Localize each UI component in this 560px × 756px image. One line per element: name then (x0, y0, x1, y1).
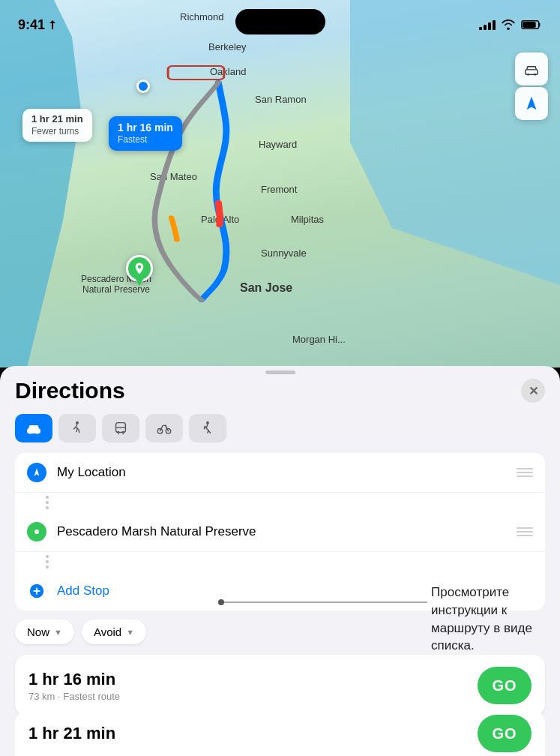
close-button[interactable]: ✕ (521, 379, 545, 403)
dest-drag-handle[interactable] (517, 527, 533, 536)
svg-point-10 (36, 432, 38, 434)
origin-stop-label: My Location (57, 465, 506, 480)
callout-fastest-time: 1 hr 16 min (118, 121, 173, 134)
svg-rect-8 (28, 429, 40, 434)
status-icons (479, 20, 542, 30)
location-button[interactable] (515, 87, 548, 120)
map-view[interactable]: Richmond Berkeley Oakland San Ramon Hayw… (0, 0, 560, 368)
origin-pin (136, 80, 150, 93)
avoid-option[interactable]: Avoid ▼ (82, 620, 146, 644)
callout-alt-route[interactable]: 1 hr 21 min Fewer turns (22, 109, 92, 142)
transport-tabs (15, 414, 545, 442)
tab-walk[interactable] (58, 414, 96, 442)
go-button-2[interactable]: GO (478, 715, 532, 752)
svg-point-2 (138, 266, 142, 269)
svg-point-22 (34, 530, 39, 534)
go-button-1[interactable]: GO (478, 667, 532, 704)
callout-alt-time: 1 hr 21 min (31, 113, 83, 126)
dynamic-island (235, 9, 325, 34)
tab-bike[interactable] (145, 414, 183, 442)
time-option-label: Now (27, 626, 49, 638)
svg-point-4 (527, 74, 529, 76)
route-1-info: 1 hr 16 min 73 km · Fastest route (28, 670, 120, 702)
svg-rect-3 (526, 70, 538, 74)
svg-point-5 (534, 74, 536, 76)
add-stop-icon (27, 581, 46, 601)
svg-rect-0 (168, 66, 224, 80)
svg-point-9 (29, 432, 31, 434)
battery-icon (521, 20, 542, 30)
directions-sheet: Directions ✕ (0, 366, 560, 756)
route-card-2[interactable]: 1 hr 21 min GO (15, 711, 545, 756)
annotation-text: Просмотрите инструкции к маршруту в виде… (431, 584, 551, 655)
time-chevron-icon: ▼ (54, 628, 62, 637)
route-card-1[interactable]: 1 hr 16 min 73 km · Fastest route GO (15, 655, 545, 716)
origin-stop[interactable]: My Location (15, 453, 545, 493)
wifi-icon (502, 20, 515, 30)
map-controls (515, 52, 548, 120)
svg-rect-7 (523, 22, 536, 28)
origin-drag-handle[interactable] (517, 468, 533, 477)
origin-stop-icon (27, 463, 46, 482)
route-1-detail: 73 km · Fastest route (28, 691, 120, 702)
sheet-drag-handle[interactable] (265, 370, 295, 374)
dest-stop-label: Pescadero Marsh Natural Preserve (57, 524, 506, 539)
callout-fastest-route[interactable]: 1 hr 16 min Fastest (109, 116, 182, 151)
tab-transit[interactable] (102, 414, 139, 442)
status-time: 9:41 (18, 17, 57, 33)
route-lines (0, 0, 560, 368)
avoid-chevron-icon: ▼ (126, 628, 134, 637)
route-1-time: 1 hr 16 min (28, 670, 120, 689)
dest-stop[interactable]: Pescadero Marsh Natural Preserve (15, 512, 545, 552)
dest-stop-icon (27, 522, 46, 542)
destination-pin (126, 255, 153, 282)
callout-fastest-label: Fastest (118, 134, 173, 146)
avoid-option-label: Avoid (94, 626, 121, 638)
route-2-time: 1 hr 21 min (28, 724, 115, 743)
time-option[interactable]: Now ▼ (15, 620, 74, 644)
sheet-title: Directions (15, 378, 125, 404)
svg-point-20 (165, 424, 166, 426)
callout-alt-label: Fewer turns (31, 126, 83, 138)
tab-car[interactable] (15, 414, 52, 442)
sheet-header: Directions ✕ (15, 378, 545, 404)
svg-point-15 (122, 431, 124, 434)
signal-icon (479, 20, 496, 30)
tab-hike[interactable] (189, 414, 226, 442)
car-mode-button[interactable] (515, 52, 548, 86)
svg-point-14 (117, 431, 119, 434)
